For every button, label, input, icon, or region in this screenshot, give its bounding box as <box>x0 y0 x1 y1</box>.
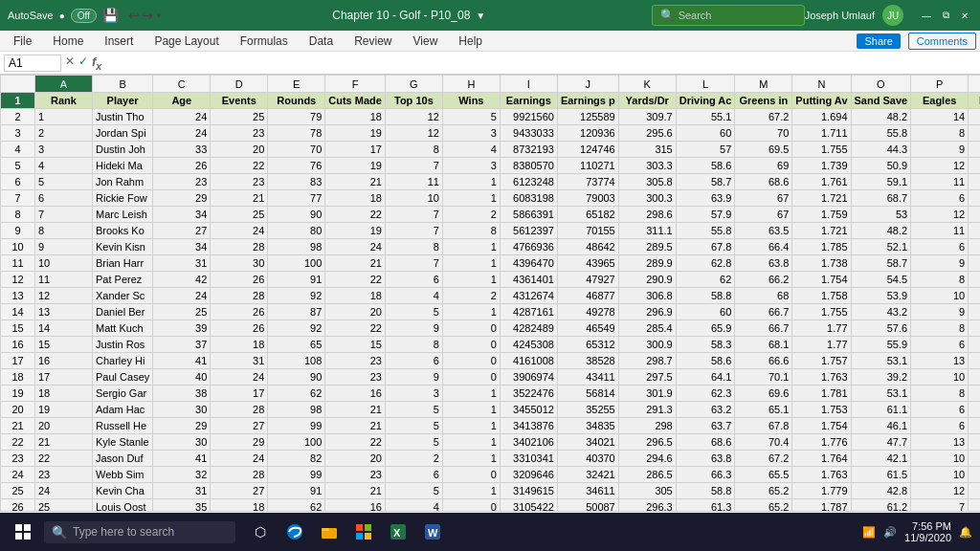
cell-r21-c12[interactable]: 67.8 <box>735 418 792 434</box>
cell-r15-c0[interactable]: 14 <box>35 320 93 337</box>
cell-r19-c14[interactable]: 53.1 <box>851 386 911 402</box>
cell-r12-c15[interactable]: 8 <box>911 272 969 288</box>
cell-r14-c11[interactable]: 60 <box>676 304 735 320</box>
cell-r18-c12[interactable]: 70.1 <box>735 369 792 386</box>
cell-r15-c14[interactable]: 57.6 <box>851 320 911 337</box>
header-cell-0[interactable]: Rank <box>35 93 93 109</box>
cell-r4-c11[interactable]: 57 <box>676 142 735 158</box>
cell-r5-c3[interactable]: 22 <box>211 158 268 174</box>
cell-r13-c10[interactable]: 306.8 <box>618 288 676 304</box>
cell-r3-c8[interactable]: 9433033 <box>500 125 557 142</box>
cell-r16-c14[interactable]: 55.9 <box>851 337 911 353</box>
cell-r9-c3[interactable]: 24 <box>211 223 268 239</box>
tab-home[interactable]: Home <box>43 33 93 50</box>
cell-r12-c10[interactable]: 290.9 <box>618 272 676 288</box>
header-cell-16[interactable]: Birdies <box>969 93 980 109</box>
cell-r23-c6[interactable]: 2 <box>385 451 442 467</box>
cell-r12-c6[interactable]: 6 <box>385 272 442 288</box>
cell-r20-c2[interactable]: 30 <box>153 402 211 418</box>
cell-r26-c8[interactable]: 3105422 <box>500 499 557 512</box>
cell-r16-c16[interactable]: 262 <box>969 337 980 353</box>
cell-r7-c9[interactable]: 79003 <box>557 190 618 207</box>
cell-r7-c13[interactable]: 1.721 <box>792 190 851 207</box>
cell-r14-c5[interactable]: 20 <box>325 304 386 320</box>
cell-r24-c4[interactable]: 99 <box>268 467 325 483</box>
cell-r9-c4[interactable]: 80 <box>268 223 325 239</box>
cell-r12-c5[interactable]: 22 <box>325 272 386 288</box>
cell-r3-c3[interactable]: 23 <box>211 125 268 142</box>
cell-r18-c14[interactable]: 39.2 <box>851 369 911 386</box>
cell-r11-c2[interactable]: 31 <box>153 255 211 272</box>
header-cell-14[interactable]: Sand Save <box>851 93 911 109</box>
cell-r3-c5[interactable]: 19 <box>325 125 386 142</box>
cell-r5-c8[interactable]: 8380570 <box>500 158 557 174</box>
col-header-J[interactable]: J <box>557 76 618 93</box>
tab-data[interactable]: Data <box>300 33 343 50</box>
header-cell-5[interactable]: Cuts Made <box>325 93 386 109</box>
col-header-L[interactable]: L <box>676 76 735 93</box>
cell-r13-c12[interactable]: 68 <box>735 288 792 304</box>
cell-r24-c10[interactable]: 286.5 <box>618 467 676 483</box>
cell-r19-c6[interactable]: 3 <box>385 386 442 402</box>
cell-r20-c6[interactable]: 5 <box>385 402 442 418</box>
cell-r13-c3[interactable]: 28 <box>211 288 268 304</box>
cell-r6-c12[interactable]: 68.6 <box>735 174 792 190</box>
cell-r23-c8[interactable]: 3310341 <box>500 451 557 467</box>
cell-r26-c3[interactable]: 18 <box>211 499 268 512</box>
cell-r6-c14[interactable]: 59.1 <box>851 174 911 190</box>
cell-r18-c10[interactable]: 297.5 <box>618 369 676 386</box>
cell-r8-c7[interactable]: 2 <box>442 207 500 223</box>
cell-r8-c12[interactable]: 67 <box>735 207 792 223</box>
undo-dropdown-icon[interactable]: ▼ <box>155 11 163 20</box>
insert-function-icon[interactable]: fx <box>92 55 101 72</box>
cell-r17-c2[interactable]: 41 <box>153 353 211 369</box>
cell-r2-c9[interactable]: 125589 <box>557 109 618 125</box>
cell-r4-c14[interactable]: 44.3 <box>851 142 911 158</box>
cell-r3-c7[interactable]: 3 <box>442 125 500 142</box>
cell-r15-c13[interactable]: 1.77 <box>792 320 851 337</box>
cell-r21-c10[interactable]: 298 <box>618 418 676 434</box>
cell-r24-c6[interactable]: 6 <box>385 467 442 483</box>
cell-r3-c14[interactable]: 55.8 <box>851 125 911 142</box>
confirm-formula-icon[interactable]: ✓ <box>78 55 88 72</box>
cell-r22-c3[interactable]: 29 <box>211 434 268 451</box>
cell-r22-c13[interactable]: 1.776 <box>792 434 851 451</box>
cell-r22-c9[interactable]: 34021 <box>557 434 618 451</box>
tab-formulas[interactable]: Formulas <box>231 33 298 50</box>
cell-r6-c8[interactable]: 6123248 <box>500 174 557 190</box>
cell-r17-c4[interactable]: 108 <box>268 353 325 369</box>
cell-r12-c1[interactable]: Pat Perez <box>93 272 153 288</box>
cell-r14-c6[interactable]: 5 <box>385 304 442 320</box>
cell-r3-c15[interactable]: 8 <box>911 125 969 142</box>
cell-r8-c5[interactable]: 22 <box>325 207 386 223</box>
cell-r26-c14[interactable]: 61.2 <box>851 499 911 512</box>
cell-r19-c1[interactable]: Sergio Gar <box>93 386 153 402</box>
tab-review[interactable]: Review <box>345 33 401 50</box>
cell-r9-c12[interactable]: 63.5 <box>735 223 792 239</box>
cell-r14-c4[interactable]: 87 <box>268 304 325 320</box>
cell-r12-c12[interactable]: 66.2 <box>735 272 792 288</box>
cell-r5-c15[interactable]: 12 <box>911 158 969 174</box>
cell-r18-c2[interactable]: 40 <box>153 369 211 386</box>
cell-r22-c12[interactable]: 70.4 <box>735 434 792 451</box>
tab-insert[interactable]: Insert <box>95 33 143 50</box>
cell-r12-c9[interactable]: 47927 <box>557 272 618 288</box>
cell-r4-c16[interactable]: 279 <box>969 142 980 158</box>
cell-r20-c12[interactable]: 65.1 <box>735 402 792 418</box>
cell-r11-c1[interactable]: Brian Harr <box>93 255 153 272</box>
cell-r19-c16[interactable]: 227 <box>969 386 980 402</box>
cell-r25-c8[interactable]: 3149615 <box>500 483 557 499</box>
cell-r17-c1[interactable]: Charley Hi <box>93 353 153 369</box>
tab-file[interactable]: File <box>4 33 41 50</box>
cell-r3-c4[interactable]: 78 <box>268 125 325 142</box>
cell-r9-c7[interactable]: 8 <box>442 223 500 239</box>
cell-r25-c0[interactable]: 24 <box>35 483 93 499</box>
cell-r8-c2[interactable]: 34 <box>153 207 211 223</box>
cell-r11-c11[interactable]: 62.8 <box>676 255 735 272</box>
cell-r7-c16[interactable]: 325 <box>969 190 980 207</box>
header-cell-1[interactable]: Player <box>93 93 153 109</box>
cell-r19-c8[interactable]: 3522476 <box>500 386 557 402</box>
cell-r11-c14[interactable]: 58.7 <box>851 255 911 272</box>
cell-r21-c14[interactable]: 46.1 <box>851 418 911 434</box>
cell-r17-c14[interactable]: 53.1 <box>851 353 911 369</box>
